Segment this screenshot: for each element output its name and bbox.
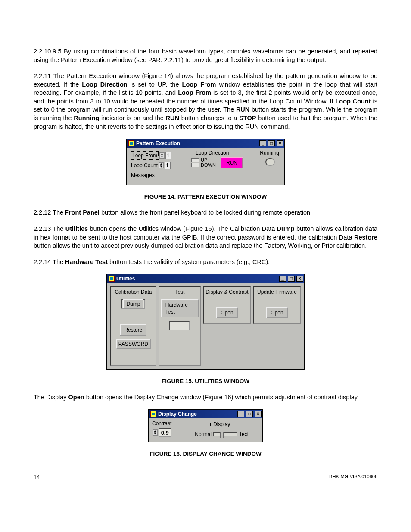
messages-label: Messages [131, 172, 155, 179]
bold: Loop Direction [82, 81, 127, 88]
paragraph-2-2-11: 2.2.11 The Pattern Execution window (Fig… [34, 72, 377, 131]
bold: Dump [277, 225, 295, 232]
paragraph-2-2-14: 2.2.14 The Hardware Test button tests th… [34, 258, 377, 267]
titlebar[interactable]: Utilities _ □ × [107, 274, 304, 283]
down-label: DOWN [201, 162, 216, 168]
display-panel: Display & Contrast Open [203, 286, 251, 324]
run-button[interactable]: RUN [221, 157, 243, 168]
bold: Utilities [65, 225, 88, 232]
close-button[interactable]: × [277, 140, 283, 146]
loop-count-label: Loop Count [131, 162, 158, 169]
bold: STOP [239, 115, 256, 121]
close-button[interactable]: × [296, 276, 303, 282]
dump-container: Dump [121, 299, 145, 309]
titlebar[interactable]: Pattern Execution _ □ × [127, 139, 284, 148]
window-title: Utilities [116, 275, 135, 282]
paragraph-2-2-13: 2.2.13 The Utilities button opens the Ut… [34, 225, 377, 250]
titlebar[interactable]: Display Change _ □ × [149, 410, 262, 418]
text: 2.2.12 The [34, 209, 65, 216]
display-open-button[interactable]: Open [216, 307, 237, 318]
firmware-label: Update Firmware [257, 289, 297, 296]
up-label: UP [201, 157, 216, 162]
contrast-value[interactable]: 0.9 [159, 428, 171, 438]
app-icon [109, 276, 115, 282]
bold: Restore [354, 234, 377, 241]
minimize-button[interactable]: _ [279, 276, 286, 282]
text: 2.2.13 The [34, 225, 65, 232]
window-title: Pattern Execution [136, 140, 180, 147]
bold: Loop From [182, 81, 216, 88]
display-change-window: Display Change _ □ × Contrast ▲▼ 0.9 Dis… [148, 409, 263, 442]
maximize-button[interactable]: □ [246, 411, 253, 417]
document-id: BHK-MG-VISA 010906 [329, 473, 377, 481]
contrast-label: Contrast [152, 420, 171, 427]
test-indicator [169, 321, 190, 330]
pattern-execution-window: Pattern Execution _ □ × Loop From ▲▼ 1 L… [126, 139, 285, 185]
text: button allows the unit to accept previou… [34, 242, 367, 249]
bold: RUN [236, 106, 249, 113]
text: The Display [34, 394, 68, 401]
bold: Loop Count [335, 98, 371, 105]
page-number: 14 [34, 473, 40, 481]
password-field[interactable]: PASSWORD [116, 339, 151, 349]
loop-direction-label: Loop Direction [196, 149, 229, 156]
paragraph-2-2-10-9-5: 2.2.10.9.5 By using combinations of the … [34, 47, 377, 64]
test-label: Test [175, 289, 184, 296]
text: is set to UP, the [128, 81, 182, 88]
test-panel: Test Hardware Test [159, 286, 201, 366]
text: button changes to a [179, 115, 239, 121]
figure-16-caption: FIGURE 16. DISPLAY CHANGE WINDOW [34, 450, 377, 458]
bold: Running [74, 115, 99, 121]
restore-button[interactable]: Restore [120, 324, 146, 336]
text: button opens the Utilities window (Figur… [88, 225, 277, 232]
text: indicator is on and the [99, 115, 165, 121]
display-button[interactable]: Display [210, 420, 233, 429]
figure-14-caption: FIGURE 14. PATTERN EXECUTION WINDOW [34, 193, 377, 201]
text: button tests the validity of system para… [108, 258, 270, 265]
loop-from-label: Loop From [131, 151, 159, 160]
paragraph-display-open: The Display Open button opens the Displa… [34, 393, 377, 402]
window-title: Display Change [158, 411, 197, 417]
bold: Hardware Test [65, 258, 108, 265]
maximize-button[interactable]: □ [268, 140, 275, 146]
paragraph-2-2-12: 2.2.12 The Front Panel button allows the… [34, 208, 377, 217]
display-label: Display & Contrast [206, 289, 248, 296]
dump-button[interactable]: Dump [123, 299, 143, 309]
maximize-button[interactable]: □ [288, 276, 295, 282]
text: 2.2.14 The [34, 258, 65, 265]
direction-toggle[interactable] [191, 158, 199, 167]
display-slider[interactable] [213, 432, 237, 436]
text: button opens the Display Change window (… [84, 394, 359, 401]
app-icon [128, 140, 134, 146]
bold: RUN [166, 115, 179, 121]
text-label: Text [239, 431, 249, 438]
bold: Front Panel [65, 209, 100, 216]
calibration-panel: Calibration Data Dump Restore PASSWORD [110, 286, 156, 366]
app-icon [150, 411, 156, 417]
minimize-button[interactable]: _ [259, 140, 266, 146]
figure-15-caption: FIGURE 15. UTILITIES WINDOW [34, 377, 377, 385]
normal-label: Normal [195, 431, 212, 438]
bold: Loop From [178, 89, 211, 96]
close-button[interactable]: × [255, 411, 262, 417]
minimize-button[interactable]: _ [237, 411, 244, 417]
utilities-window: Utilities _ □ × Calibration Data Dump Re… [106, 274, 305, 370]
loop-count-spinner[interactable]: ▲▼ [159, 162, 164, 168]
calibration-label: Calibration Data [115, 289, 152, 296]
loop-count-value[interactable]: 1 [165, 162, 171, 169]
hardware-test-button[interactable]: Hardware Test [161, 299, 199, 317]
loop-from-value[interactable]: 1 [165, 152, 171, 159]
contrast-spinner[interactable]: ▲▼ [153, 429, 158, 436]
bold: Open [68, 394, 84, 401]
firmware-panel: Update Firmware Open [253, 286, 301, 324]
text: button allows the front panel keyboard t… [100, 209, 312, 216]
loop-from-spinner[interactable]: ▲▼ [159, 152, 165, 159]
running-indicator [265, 158, 275, 166]
running-label: Running [260, 149, 279, 156]
firmware-open-button[interactable]: Open [266, 307, 287, 318]
